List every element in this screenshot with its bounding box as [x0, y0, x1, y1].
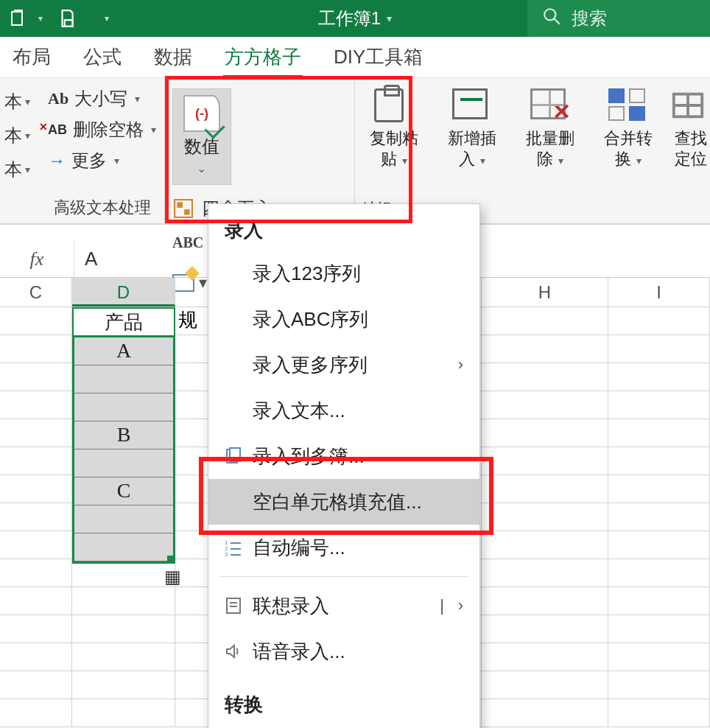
sel-row-5[interactable]: C [74, 477, 173, 505]
batch-delete-button[interactable]: ✕ 批量删除 ▾ [519, 88, 582, 169]
numeric-dropdown-button[interactable]: (-) 数值 ⌄ [172, 88, 231, 185]
search-icon [542, 7, 561, 30]
case-label: 大小写 [74, 87, 127, 111]
copy-paste-label: 复制粘贴 [370, 129, 418, 168]
search-bar[interactable]: 搜索 [527, 0, 710, 37]
sel-row-1[interactable] [74, 365, 173, 393]
ribbon-tabs: 布局 公式 数据 方方格子 DIY工具箱 [0, 37, 710, 77]
xab-icon: ✕AB [48, 122, 67, 138]
svg-rect-6 [184, 209, 190, 215]
menu-item-fill-blank[interactable]: 空白单元格填充值... [208, 479, 479, 525]
ribbon-group-edit: 复制粘贴 ▾ 新增插入 ▾ ✕ 批量删除 ▾ 合并转换 ▾ 查找定位查找定位 编… [355, 78, 710, 223]
menu-item-lenovo[interactable]: 联想录入 | › [208, 583, 479, 629]
tab-data[interactable]: 数据 [152, 38, 194, 77]
menu-item-formula-convert[interactable]: 公式 文本转换 [208, 725, 479, 728]
tab-layout[interactable]: 布局 [11, 38, 52, 77]
sel-row-4[interactable] [74, 449, 173, 477]
find-replace-button[interactable]: 查找定位查找定位 [675, 88, 707, 169]
menu-item-seq123[interactable]: 录入123序列 [208, 251, 479, 296]
insert-label: 新增插入 [448, 129, 496, 168]
chevron-right-icon: › [458, 355, 463, 374]
quick-access-toolbar: ▾ ▾ [0, 7, 109, 29]
selection-range[interactable]: A B C [72, 335, 175, 564]
ribbon: 本▾ 本▾ 本▾ Ab 大小写 ▾ ✕AB 删除空格 ▾ → 更多 ▾ 高级文本… [0, 77, 710, 225]
svg-rect-1 [65, 20, 73, 27]
insert-icon [452, 88, 488, 119]
col-header-H[interactable]: H [482, 278, 608, 307]
tab-formula[interactable]: 公式 [82, 38, 123, 77]
col-header-C[interactable]: C [0, 278, 72, 307]
doc-lines-icon [223, 595, 244, 616]
sel-row-0[interactable]: A [74, 337, 173, 365]
merge-label: 合并转换 [604, 129, 653, 168]
workbook-title-text: 工作簿1 [318, 7, 381, 30]
chevron-down-icon[interactable]: ▾ [387, 13, 392, 24]
menu-item-seqmore[interactable]: 录入更多序列› [208, 342, 479, 388]
chevron-down-icon[interactable]: ▾ [38, 13, 43, 24]
menu-header-input: 录入 [208, 204, 479, 251]
stub-b[interactable]: 本▾ [4, 124, 36, 147]
qat-print-icon[interactable] [56, 7, 78, 29]
svg-rect-11 [230, 448, 240, 461]
stub-c[interactable]: 本▾ [4, 158, 36, 181]
more-text-button[interactable]: → 更多 ▾ [48, 149, 157, 172]
textproc-group-label: 高级文本处理 [48, 192, 157, 219]
sel-row-3[interactable]: B [74, 421, 173, 449]
col-header-E[interactable] [175, 278, 211, 307]
qat-icon-1[interactable] [7, 7, 29, 29]
numeric-label: 数值 [184, 135, 219, 158]
formula-value[interactable]: A [74, 248, 97, 270]
cell-header-product[interactable]: 产品 [72, 307, 175, 335]
numeric-dropdown-menu: 录入 录入123序列 录入ABC序列 录入更多序列› 录入文本... 录入到多簿… [208, 203, 480, 728]
menu-item-voice[interactable]: 语音录入... [208, 629, 479, 674]
svg-text:3: 3 [225, 551, 228, 556]
titlebar: ▾ ▾ 工作簿1 ▾ 搜索 [0, 0, 710, 37]
fx-label[interactable]: fx [0, 248, 74, 270]
sel-row-7[interactable] [74, 533, 173, 561]
menu-item-autonum[interactable]: 123 自动编号... [208, 525, 479, 570]
multibook-icon [223, 446, 244, 466]
round-icon [172, 197, 194, 220]
quick-analysis-icon[interactable]: ▦ [165, 570, 180, 584]
sel-row-2[interactable] [74, 393, 173, 421]
sel-row-6[interactable] [74, 505, 173, 533]
menu-item-seqabc[interactable]: 录入ABC序列 [208, 296, 479, 342]
col-header-D[interactable]: D [72, 278, 175, 307]
arrow-right-icon: → [48, 150, 66, 171]
delete-blank-button[interactable]: ✕AB 删除空格 ▾ [48, 118, 157, 141]
speaker-icon [223, 641, 244, 662]
fill-handle[interactable] [167, 556, 175, 563]
tab-diy[interactable]: DIY工具箱 [332, 38, 424, 77]
clipboard-icon [374, 88, 404, 122]
ribbon-group-textproc: Ab 大小写 ▾ ✕AB 删除空格 ▾ → 更多 ▾ 高级文本处理 [41, 78, 165, 223]
chevron-right-icon: › [458, 596, 463, 615]
svg-point-2 [544, 9, 555, 20]
qat-overflow-icon[interactable]: ▾ [105, 13, 109, 24]
menu-header-convert: 转换 [208, 674, 479, 725]
list-number-icon: 123 [223, 537, 244, 558]
menu-item-multibook[interactable]: 录入到多簿... [208, 433, 479, 479]
menu-separator [219, 576, 469, 577]
ribbon-left-stub: 本▾ 本▾ 本▾ [0, 78, 41, 223]
svg-rect-5 [177, 202, 183, 208]
search-placeholder: 搜索 [572, 7, 607, 30]
case-button[interactable]: Ab 大小写 ▾ [48, 87, 157, 111]
ab-icon: Ab [48, 89, 68, 108]
merge-icon [608, 88, 645, 121]
numeric-icon: (-) [183, 95, 220, 132]
tab-fanfang[interactable]: 方方格子 [223, 38, 303, 77]
stub-a[interactable]: 本▾ [4, 90, 36, 113]
col-header-I[interactable]: I [608, 278, 710, 307]
selection-overlay: 产品 A B C ▦ [72, 307, 175, 564]
cell-E-header[interactable]: 规 [175, 307, 211, 335]
copy-paste-button[interactable]: 复制粘贴 ▾ [362, 88, 426, 169]
merge-button[interactable]: 合并转换 ▾ [597, 88, 660, 169]
workbook-title[interactable]: 工作簿1 ▾ [318, 7, 392, 30]
batch-delete-label: 批量删除 [526, 129, 574, 168]
svg-line-3 [554, 18, 560, 24]
menu-item-text[interactable]: 录入文本... [208, 388, 479, 433]
abc-icon: ABC [172, 234, 203, 251]
ribbon-group-numeric: (-) 数值 ⌄ 四舍五入 ▾ ABC 只保留数值 ▾ ＋▾ [165, 78, 355, 223]
insert-button[interactable]: 新增插入 ▾ [440, 88, 504, 169]
more-label: 更多 [71, 149, 107, 172]
